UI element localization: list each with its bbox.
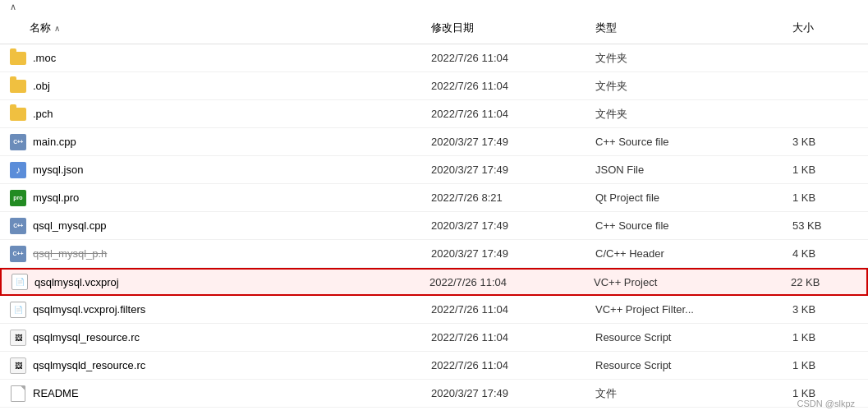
column-header-size[interactable]: 大小: [786, 17, 868, 39]
file-name-text: .pch: [33, 108, 53, 120]
file-name-text: qsqlmysql.vcxproj: [34, 276, 119, 288]
column-header-type[interactable]: 类型: [589, 17, 786, 39]
file-name-cell: README: [0, 385, 425, 402]
file-name-cell: .pch: [0, 106, 425, 122]
file-type: 文件夹: [589, 79, 786, 94]
file-type: C++ Source file: [589, 136, 786, 148]
table-row[interactable]: promysql.pro2022/7/26 8:21Qt Project fil…: [0, 184, 868, 212]
header-icon: C++: [10, 246, 26, 262]
file-date: 2022/7/26 11:04: [425, 80, 589, 92]
file-name-cell: 📄qsqlmysql.vcxproj: [2, 274, 423, 290]
column-header-name[interactable]: 名称 ∧: [0, 17, 425, 39]
column-date-label: 修改日期: [431, 21, 474, 34]
file-name-text: main.cpp: [33, 136, 76, 148]
file-name-cell: 📄qsqlmysql.vcxproj.filters: [0, 302, 425, 318]
file-type: VC++ Project: [587, 276, 784, 288]
file-icon: [10, 385, 26, 402]
file-date: 2022/7/26 11:04: [425, 52, 589, 64]
file-type: JSON File: [589, 164, 786, 176]
table-row[interactable]: 🖼qsqlmysql_resource.rc2022/7/26 11:04Res…: [0, 324, 868, 352]
file-name-text: qsql_mysql_p.h: [33, 247, 107, 260]
file-name-text: .moc: [33, 52, 56, 64]
file-name-cell: C++qsql_mysql_p.h: [0, 246, 425, 262]
file-size: 1 KB: [786, 331, 868, 344]
file-name-cell: promysql.pro: [0, 190, 425, 206]
file-size: 3 KB: [786, 136, 868, 148]
file-name-cell: C++main.cpp: [0, 134, 425, 150]
file-date: 2022/7/26 11:04: [423, 276, 587, 288]
file-type: Qt Project file: [589, 191, 786, 204]
column-size-label: 大小: [792, 21, 814, 34]
column-headers: 名称 ∧ 修改日期 类型 大小: [0, 14, 868, 44]
resource-icon: 🖼: [10, 330, 26, 346]
table-row[interactable]: .pch2022/7/26 11:04文件夹: [0, 100, 868, 128]
file-size: 1 KB: [786, 359, 868, 371]
file-type: 文件夹: [589, 107, 786, 122]
file-type: VC++ Project Filter...: [589, 303, 786, 316]
file-size: 1 KB: [786, 164, 868, 176]
table-row[interactable]: C++main.cpp2020/3/27 17:49C++ Source fil…: [0, 128, 868, 156]
file-date: 2022/7/26 8:21: [425, 191, 589, 204]
table-row[interactable]: 📄qsqlmysql.vcxproj2022/7/26 11:04VC++ Pr…: [0, 268, 868, 296]
column-header-date[interactable]: 修改日期: [425, 17, 589, 39]
file-size: 53 KB: [786, 219, 868, 232]
table-row[interactable]: README2020/3/27 17:49文件1 KB: [0, 380, 868, 408]
sort-arrow-row: ∧: [0, 0, 868, 14]
file-date: 2022/7/26 11:04: [425, 303, 589, 316]
vcxproj-icon: 📄: [10, 302, 26, 318]
file-name-cell: mysql.json: [0, 162, 425, 178]
file-size: 22 KB: [784, 276, 866, 288]
file-name-cell: .obj: [0, 78, 425, 95]
file-name-cell: C++qsql_mysql.cpp: [0, 218, 425, 234]
file-name-text: README: [33, 387, 79, 399]
up-arrow-icon: ∧: [10, 2, 16, 12]
file-type: 文件夹: [589, 51, 786, 66]
file-type: Resource Script: [589, 359, 786, 371]
table-row[interactable]: C++qsql_mysql_p.h2020/3/27 17:49C/C++ He…: [0, 240, 868, 268]
file-type: 文件: [589, 386, 786, 401]
file-date: 2022/7/26 11:04: [425, 108, 589, 120]
file-type: C/C++ Header: [589, 247, 786, 260]
json-icon: [10, 162, 26, 178]
table-row[interactable]: .moc2022/7/26 11:04文件夹: [0, 44, 868, 72]
file-name-text: .obj: [33, 80, 50, 92]
resource-icon: 🖼: [10, 357, 26, 374]
file-type: C++ Source file: [589, 219, 786, 232]
file-name-cell: 🖼qsqlmysql_resource.rc: [0, 330, 425, 346]
file-name-text: qsql_mysql.cpp: [33, 219, 107, 232]
file-date: 2020/3/27 17:49: [425, 387, 589, 399]
file-type: Resource Script: [589, 331, 786, 344]
folder-icon: [10, 106, 26, 122]
file-name-text: qsqlmysqld_resource.rc: [33, 359, 145, 371]
file-name-text: mysql.json: [33, 164, 83, 176]
table-row[interactable]: C++qsql_mysql.cpp2020/3/27 17:49C++ Sour…: [0, 212, 868, 240]
file-size: 1 KB: [786, 191, 868, 204]
table-row[interactable]: mysql.json2020/3/27 17:49JSON File1 KB: [0, 156, 868, 184]
column-type-label: 类型: [595, 21, 617, 34]
file-date: 2020/3/27 17:49: [425, 136, 589, 148]
sort-icon: ∧: [54, 24, 60, 33]
table-row[interactable]: .obj2022/7/26 11:04文件夹: [0, 72, 868, 100]
file-list: ∧ 名称 ∧ 修改日期 类型 大小 .moc2022/7/26 11:04文件夹…: [0, 0, 868, 408]
watermark: CSDN @slkpz: [797, 399, 855, 408]
folder-icon: [10, 50, 26, 67]
table-row[interactable]: 🖼qsqlmysqld_resource.rc2022/7/26 11:04Re…: [0, 352, 868, 380]
file-size: 4 KB: [786, 247, 868, 260]
file-date: 2022/7/26 11:04: [425, 331, 589, 344]
file-name-cell: 🖼qsqlmysqld_resource.rc: [0, 357, 425, 374]
file-rows-container: .moc2022/7/26 11:04文件夹.obj2022/7/26 11:0…: [0, 44, 868, 408]
file-date: 2020/3/27 17:49: [425, 219, 589, 232]
pro-icon: pro: [10, 190, 26, 206]
folder-icon: [10, 78, 26, 95]
table-row[interactable]: 📄qsqlmysql.vcxproj.filters2022/7/26 11:0…: [0, 296, 868, 324]
file-date: 2020/3/27 17:49: [425, 247, 589, 260]
file-date: 2022/7/26 11:04: [425, 359, 589, 371]
cpp-icon: C++: [10, 134, 26, 150]
column-name-label: 名称: [30, 21, 51, 35]
file-name-text: mysql.pro: [33, 191, 79, 204]
file-name-cell: .moc: [0, 50, 425, 67]
file-size: 3 KB: [786, 303, 868, 316]
cpp-icon: C++: [10, 218, 26, 234]
vcxproj-icon: 📄: [11, 274, 28, 290]
file-name-text: qsqlmysql_resource.rc: [33, 331, 140, 344]
